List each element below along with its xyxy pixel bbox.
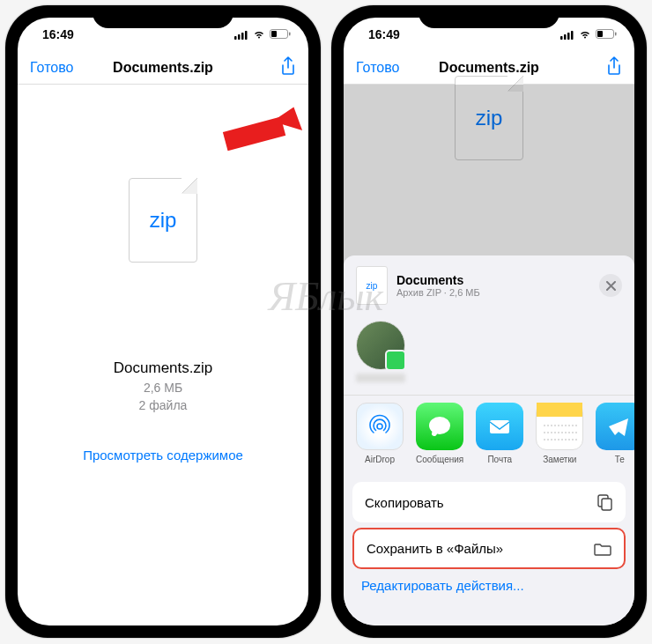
status-time: 16:49 bbox=[368, 27, 400, 41]
notch bbox=[93, 5, 233, 28]
app-telegram-partial[interactable]: Те bbox=[596, 403, 634, 464]
app-notes[interactable]: Заметки bbox=[536, 403, 583, 464]
signal-icon bbox=[560, 30, 574, 40]
phone-left: 16:49 Готово Documents.zip zip Documents… bbox=[5, 5, 321, 638]
folder-icon bbox=[594, 542, 611, 556]
svg-rect-2 bbox=[241, 33, 244, 40]
svg-rect-12 bbox=[571, 31, 574, 40]
done-button[interactable]: Готово bbox=[30, 60, 73, 76]
file-ext: zip bbox=[150, 208, 177, 233]
app-label: Сообщения bbox=[416, 455, 463, 464]
app-label: Почта bbox=[487, 455, 512, 464]
file-name: Documents.zip bbox=[114, 359, 212, 377]
battery-icon bbox=[596, 29, 617, 40]
svg-rect-18 bbox=[490, 420, 509, 433]
app-label: Заметки bbox=[543, 455, 576, 464]
contact-row bbox=[344, 315, 634, 395]
edit-actions-link[interactable]: Редактировать действия... bbox=[344, 569, 634, 593]
done-button[interactable]: Готово bbox=[356, 60, 399, 76]
svg-rect-24 bbox=[602, 499, 611, 510]
share-button[interactable] bbox=[606, 56, 622, 79]
sheet-file-icon: zip bbox=[356, 266, 388, 305]
svg-rect-5 bbox=[271, 31, 277, 37]
contact-avatar bbox=[356, 321, 405, 370]
notch bbox=[419, 5, 559, 28]
file-size: 2,6 МБ bbox=[114, 381, 212, 395]
svg-rect-11 bbox=[567, 33, 570, 40]
wifi-icon bbox=[578, 30, 592, 40]
file-count: 2 файла bbox=[114, 398, 212, 412]
svg-rect-6 bbox=[289, 33, 291, 36]
svg-rect-10 bbox=[564, 34, 567, 40]
screen-right: 16:49 Готово Documents.zip zip zip bbox=[344, 18, 634, 625]
svg-point-16 bbox=[377, 424, 382, 429]
action-copy-group: Скопировать bbox=[352, 482, 626, 522]
sheet-titles: Documents Архив ZIP · 2,6 МБ bbox=[396, 273, 480, 298]
app-airdrop[interactable]: AirDrop bbox=[356, 403, 404, 464]
notes-icon bbox=[536, 403, 583, 450]
svg-rect-14 bbox=[597, 31, 603, 37]
view-contents-link[interactable]: Просмотреть содержимое bbox=[83, 448, 243, 463]
action-save-highlighted: Сохранить в «Файлы» bbox=[352, 528, 626, 569]
action-label: Скопировать bbox=[365, 495, 444, 510]
contact-suggestion[interactable] bbox=[356, 321, 405, 382]
svg-rect-1 bbox=[238, 34, 241, 40]
share-icon bbox=[280, 56, 296, 76]
signal-icon bbox=[234, 30, 248, 40]
file-info: Documents.zip 2,6 МБ 2 файла bbox=[114, 359, 212, 412]
svg-rect-15 bbox=[615, 33, 617, 36]
action-save-to-files[interactable]: Сохранить в «Файлы» bbox=[354, 529, 624, 567]
sheet-title: Documents bbox=[396, 273, 480, 287]
close-button[interactable] bbox=[599, 274, 622, 297]
app-row: AirDrop Сообщения Почта bbox=[344, 395, 634, 475]
svg-rect-19 bbox=[537, 403, 582, 417]
app-messages[interactable]: Сообщения bbox=[416, 403, 463, 464]
action-copy[interactable]: Скопировать bbox=[352, 482, 626, 522]
status-icons bbox=[560, 29, 617, 40]
svg-rect-0 bbox=[234, 36, 237, 40]
share-icon bbox=[606, 56, 622, 76]
wifi-icon bbox=[252, 30, 266, 40]
battery-icon bbox=[270, 29, 291, 40]
mail-icon bbox=[476, 403, 523, 450]
share-button[interactable] bbox=[280, 56, 296, 79]
share-sheet: zip Documents Архив ZIP · 2,6 МБ bbox=[344, 255, 634, 625]
app-mail[interactable]: Почта bbox=[476, 403, 523, 464]
nav-bar: Готово Documents.zip bbox=[18, 51, 308, 85]
messages-icon bbox=[416, 403, 463, 450]
copy-icon bbox=[596, 493, 613, 511]
svg-rect-9 bbox=[560, 36, 563, 40]
action-label: Сохранить в «Файлы» bbox=[367, 541, 503, 556]
app-label: AirDrop bbox=[365, 455, 395, 464]
close-icon bbox=[606, 281, 616, 291]
telegram-icon bbox=[596, 403, 634, 450]
airdrop-icon bbox=[356, 403, 404, 450]
sheet-header: zip Documents Архив ZIP · 2,6 МБ bbox=[344, 266, 634, 315]
sheet-subtitle: Архив ZIP · 2,6 МБ bbox=[396, 287, 480, 298]
status-icons bbox=[234, 29, 291, 40]
app-label: Те bbox=[615, 455, 625, 464]
status-time: 16:49 bbox=[42, 27, 74, 41]
svg-rect-8 bbox=[223, 116, 285, 151]
contact-name-blurred bbox=[356, 374, 405, 382]
phone-right: 16:49 Готово Documents.zip zip zip bbox=[331, 5, 647, 638]
file-icon: zip bbox=[129, 178, 197, 263]
svg-rect-3 bbox=[245, 31, 248, 40]
